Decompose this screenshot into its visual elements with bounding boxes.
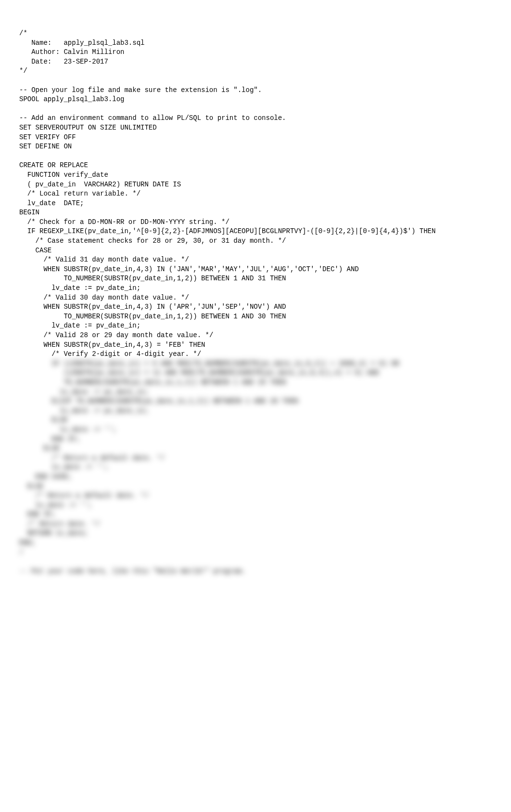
code-line: END IF; [19, 435, 80, 443]
code-line: /* Valid 31 day month date value. */ [19, 256, 189, 263]
code-line: IF (LENGTH(pv_date_in) = 9 AND MOD(TO_NU… [19, 360, 399, 367]
code-line: FUNCTION verify_date [19, 171, 108, 179]
blurred-code: IF (LENGTH(pv_date_in) = 9 AND MOD(TO_NU… [19, 360, 399, 575]
code-line: /* Return a default date. */ [19, 492, 149, 499]
code-line: END IF; [19, 511, 56, 518]
code-block: /* Name: apply_plsql_lab3.sql Author: Ca… [19, 29, 492, 576]
code-line: /* Return a default date. */ [19, 454, 165, 462]
code-line: SPOOL apply_plsql_lab3.log [19, 95, 124, 103]
code-line: lv_date DATE; [19, 199, 84, 207]
code-line: TO_NUMBER(SUBSTR(pv_date_in,1,2)) BETWEE… [19, 275, 286, 282]
code-line: BEGIN [19, 209, 39, 216]
code-line: / [19, 549, 23, 556]
code-line: SET VERIFY OFF [19, 133, 76, 141]
code-line: -- Add an environment command to allow P… [19, 114, 286, 122]
code-line: ELSE [19, 483, 43, 490]
code-line: /* Verify 2-digit or 4-digit year. */ [19, 350, 201, 358]
code-line: (LENGTH(pv_date_in) = 11 AND MOD(TO_NUMB… [19, 369, 379, 377]
code-line: /* Case statement checks for 28 or 29, 3… [19, 237, 286, 245]
code-line: lv_date := ''; [19, 501, 92, 509]
code-line: SET SERVEROUTPUT ON SIZE UNLIMITED [19, 124, 157, 131]
code-line: WHEN SUBSTR(pv_date_in,4,3) IN ('JAN','M… [19, 265, 359, 273]
code-line: RETURN lv_date; [19, 529, 88, 537]
code-line: lv_date := ''; [19, 463, 108, 471]
code-line: ELSE [19, 445, 60, 452]
code-line: -- Put your code here, like this "Hello … [19, 567, 245, 575]
code-line: END CASE; [19, 473, 72, 481]
code-line: /* Check for a DD-MON-RR or DD-MON-YYYY … [19, 218, 230, 226]
code-line: TO_NUMBER(SUBSTR(pv_date_in,1,2)) BETWEE… [19, 379, 286, 386]
code-line: -- Open your log file and make sure the … [19, 86, 262, 94]
code-line: SET DEFINE ON [19, 143, 72, 150]
code-line: ELSE [19, 416, 68, 424]
code-line: lv_date := pv_date_in; [19, 322, 141, 329]
code-line: lv_date := pv_date_in; [19, 284, 141, 292]
code-line: /* Name: apply_plsql_lab3.sql Author: Ca… [19, 29, 144, 75]
code-line: ELSIF TO_NUMBER(SUBSTR(pv_date_in,1,2)) … [19, 397, 298, 405]
code-line: lv_date := pv_date_in; [19, 388, 149, 396]
code-line: WHEN SUBSTR(pv_date_in,4,3) IN ('APR','J… [19, 303, 286, 311]
code-line: /* Return date. */ [19, 520, 100, 528]
code-line: lv_date := pv_date_in; [19, 407, 149, 415]
code-line: /* Valid 28 or 29 day month date value. … [19, 331, 213, 339]
code-line: /* Local return variable. */ [19, 190, 141, 197]
code-line: CREATE OR REPLACE [19, 161, 88, 169]
code-line: CASE [19, 247, 51, 254]
code-line: END; [19, 539, 36, 547]
code-line: IF REGEXP_LIKE(pv_date_in,'^[0-9]{2,2}-[… [19, 227, 435, 235]
code-line: ( pv_date_in VARCHAR2) RETURN DATE IS [19, 181, 181, 188]
code-line: lv_date := ''; [19, 426, 116, 433]
code-line: TO_NUMBER(SUBSTR(pv_date_in,1,2)) BETWEE… [19, 313, 286, 320]
code-line: /* Valid 30 day month date value. */ [19, 294, 189, 301]
code-line: WHEN SUBSTR(pv_date_in,4,3) = 'FEB' THEN [19, 341, 205, 349]
